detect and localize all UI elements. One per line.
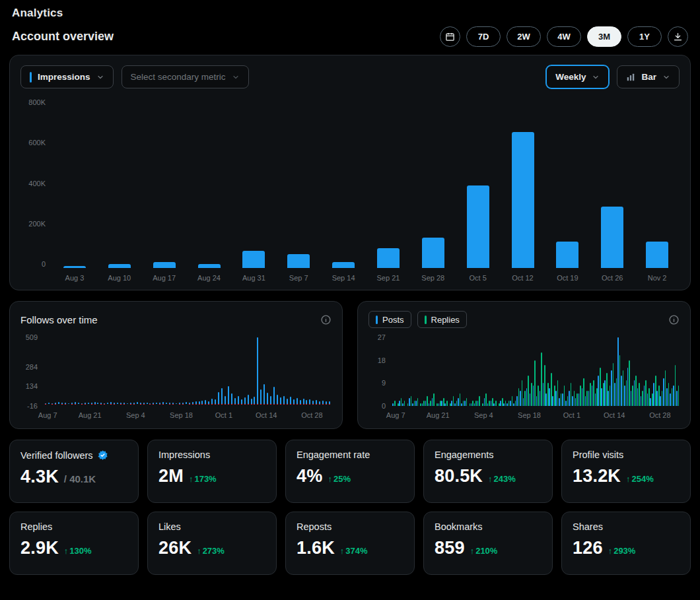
chevron-down-icon <box>232 73 240 81</box>
unfollows-bar <box>218 404 219 405</box>
posts-bar <box>516 396 518 406</box>
range-button-2w[interactable]: 2W <box>507 26 541 47</box>
legend-chip-replies[interactable]: Replies <box>417 311 467 328</box>
impressions-bar-nov-2 <box>646 242 668 268</box>
x-axis: Aug 7Aug 21Sep 4Sep 18Oct 1Oct 14Oct 28 <box>392 410 680 422</box>
unfollows-bar <box>45 404 46 405</box>
posts-bar <box>444 403 446 406</box>
posts-bar <box>415 401 417 406</box>
posts-bar <box>555 391 557 406</box>
range-button-1y[interactable]: 1Y <box>627 26 662 47</box>
posts-bar <box>461 403 462 406</box>
unfollows-bar <box>254 404 255 405</box>
posts-bar <box>592 385 593 406</box>
range-button-7d[interactable]: 7D <box>466 26 501 47</box>
posts-bar <box>399 401 400 406</box>
x-tick-label: Sep 21 <box>366 274 411 282</box>
bar-column: Sep 14 <box>321 99 366 282</box>
info-icon[interactable] <box>668 314 680 325</box>
impressions-bar-aug-24 <box>198 264 221 268</box>
plot-area: Aug 3Aug 10Aug 17Aug 24Aug 31Sep 7Sep 14… <box>52 99 680 282</box>
chart-toolbar: Impressions Select secondary metric Week… <box>20 65 680 88</box>
interval-select[interactable]: Weekly <box>546 65 609 88</box>
posts-bar <box>641 396 642 406</box>
posts-bar <box>536 396 538 406</box>
up-arrow-icon: ↑ <box>189 474 193 484</box>
x-tick-label: Aug 31 <box>231 274 276 282</box>
stat-change-value: 243% <box>494 474 516 484</box>
unfollows-bar <box>114 404 115 405</box>
y-tick-label: 0 <box>20 261 46 268</box>
posts-bar <box>429 403 430 406</box>
unfollows-bar <box>221 404 223 405</box>
chart-type-select[interactable]: Bar <box>617 65 680 88</box>
stat-label: Engagement rate <box>297 450 370 460</box>
unfollows-bar <box>189 404 190 405</box>
posts-bar <box>545 393 547 406</box>
unfollows-bar <box>65 404 66 405</box>
posts-bar <box>656 391 658 406</box>
stat-value: 4.3K <box>20 467 59 487</box>
stat-card-impressions: Impressions2M↑173% <box>147 440 277 503</box>
stat-value: 859 <box>435 538 465 558</box>
unfollows-bar <box>251 404 252 405</box>
stat-card-reposts: Reposts1.6K↑374% <box>285 512 415 575</box>
posts-bar <box>540 391 541 406</box>
impressions-bar-aug-17 <box>153 262 176 268</box>
unfollows-bar <box>297 404 298 405</box>
date-range-toolbar: 7D2W4W3M1Y <box>440 26 688 47</box>
secondary-metric-select[interactable]: Select secondary metric <box>122 65 249 88</box>
unfollows-bar <box>316 404 317 405</box>
unfollows-bar <box>100 404 102 405</box>
page-subtitle: Account overview <box>12 30 114 44</box>
posts-bar <box>575 398 577 406</box>
y-tick-label: 600K <box>20 139 46 147</box>
follows-chart: 509284134-16Aug 7Aug 21Sep 4Sep 18Oct 1O… <box>20 337 332 422</box>
download-button[interactable] <box>668 26 688 47</box>
unfollows-bar <box>208 404 209 405</box>
stat-change-value: 130% <box>69 546 91 556</box>
posts-bar <box>673 385 674 406</box>
legend-label: Replies <box>431 315 460 325</box>
primary-metric-select[interactable]: Impressions <box>20 65 114 88</box>
x-tick-label: Oct 12 <box>501 274 545 282</box>
unfollows-bar <box>94 404 96 405</box>
calendar-button[interactable] <box>440 26 460 47</box>
unfollows-bar <box>241 404 242 405</box>
posts-bar <box>611 370 612 406</box>
range-button-3m[interactable]: 3M <box>587 26 621 47</box>
unfollows-bar <box>303 404 304 405</box>
unfollows-bar <box>306 404 307 405</box>
unfollows-bar <box>231 404 232 405</box>
info-icon[interactable] <box>320 314 332 325</box>
legend-chip-posts[interactable]: Posts <box>368 311 411 328</box>
top-bar: Analytics <box>9 4 691 20</box>
posts-bar <box>477 401 479 406</box>
bar-column: Aug 31 <box>231 99 276 282</box>
metric-accent-bar <box>30 72 32 83</box>
x-tick-label: Aug 7 <box>386 411 405 419</box>
stat-label: Shares <box>573 521 603 532</box>
impressions-bar-sep-21 <box>377 248 400 268</box>
unfollows-bar <box>329 404 330 405</box>
posts-bar <box>608 391 609 406</box>
stat-value: 2M <box>158 466 184 486</box>
up-arrow-icon: ↑ <box>608 546 613 556</box>
posts-bar <box>402 403 403 406</box>
stat-label: Bookmarks <box>435 521 483 532</box>
posts-bar <box>510 401 511 406</box>
y-tick-label: 9 <box>382 379 386 387</box>
posts-bar <box>627 368 629 406</box>
unfollows-bar <box>169 404 170 405</box>
range-button-4w[interactable]: 4W <box>547 26 581 47</box>
posts-bar <box>598 376 599 406</box>
unfollows-bar <box>228 404 229 405</box>
unfollows-bar <box>263 404 265 405</box>
stat-change-value: 293% <box>613 546 635 556</box>
x-tick-label: Oct 5 <box>456 274 501 282</box>
unfollows-bar <box>55 404 56 405</box>
x-tick-label: Sep 4 <box>126 411 145 419</box>
verified-badge-icon <box>97 450 108 461</box>
x-tick-label: Nov 2 <box>635 274 680 282</box>
stat-total-suffix: / 40.1K <box>64 473 96 484</box>
